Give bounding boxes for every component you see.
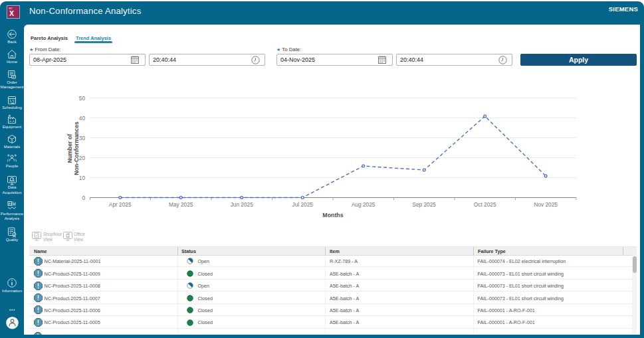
svg-text:Performance: Performance	[1, 212, 24, 216]
svg-text:0: 0	[82, 195, 85, 201]
svg-text:Management: Management	[0, 85, 23, 89]
svg-text:Home: Home	[7, 60, 18, 64]
svg-text:May 2025: May 2025	[169, 201, 193, 208]
svg-text:Back: Back	[7, 40, 17, 44]
svg-text:10: 10	[79, 175, 86, 181]
svg-text:Information: Information	[2, 289, 22, 293]
svg-text:Order: Order	[7, 80, 17, 84]
svg-text:Equipment: Equipment	[3, 125, 22, 129]
svg-text:Scheduling: Scheduling	[2, 106, 22, 110]
svg-text:Non-Conformances: Non-Conformances	[73, 122, 80, 175]
svg-text:People: People	[6, 164, 19, 168]
svg-text:Data: Data	[8, 185, 17, 189]
svg-text:Months: Months	[322, 212, 343, 218]
svg-text:40: 40	[79, 115, 86, 122]
svg-text:30: 30	[79, 135, 86, 141]
svg-text:Jul 2025: Jul 2025	[292, 201, 314, 208]
svg-text:Acquisition: Acquisition	[2, 191, 21, 195]
svg-text:20: 20	[79, 155, 86, 161]
svg-text:50: 50	[79, 95, 86, 102]
svg-text:Nov 2025: Nov 2025	[534, 201, 558, 208]
svg-text:Materials: Materials	[4, 145, 20, 149]
svg-text:Quality: Quality	[6, 238, 19, 242]
svg-text:Jun 2025: Jun 2025	[231, 201, 254, 208]
svg-text:Number of: Number of	[66, 134, 73, 163]
svg-text:Analysis: Analysis	[5, 216, 19, 220]
svg-text:Oct 2025: Oct 2025	[474, 201, 496, 208]
svg-text:Sep 2025: Sep 2025	[412, 201, 436, 208]
svg-text:Apr 2025: Apr 2025	[109, 201, 132, 208]
svg-text:Aug 2025: Aug 2025	[352, 201, 376, 208]
